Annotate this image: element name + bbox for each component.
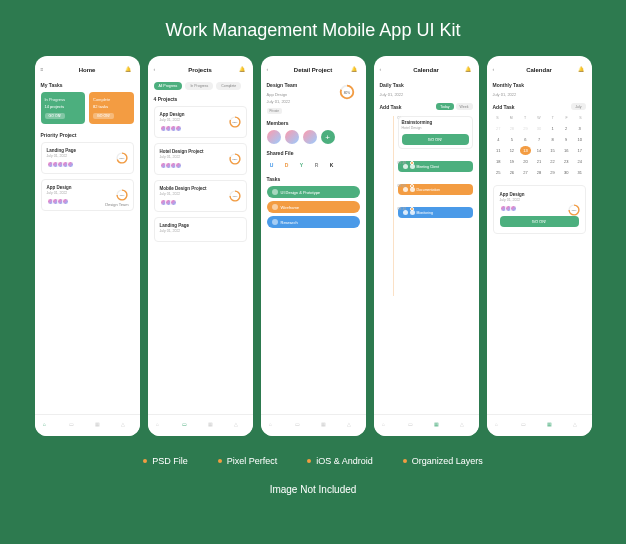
- cal-day[interactable]: 17: [574, 146, 586, 155]
- filter-pill[interactable]: In Progress: [185, 82, 213, 90]
- cal-day[interactable]: 28: [506, 124, 518, 133]
- add-member-button[interactable]: +: [321, 130, 335, 144]
- cal-day[interactable]: 29: [520, 124, 532, 133]
- projects-icon[interactable]: ▭: [521, 421, 531, 431]
- cal-day[interactable]: 5: [506, 135, 518, 144]
- cal-day[interactable]: 25: [493, 168, 505, 177]
- calendar-icon[interactable]: ▦: [321, 421, 331, 431]
- cal-day[interactable]: 21: [533, 157, 545, 166]
- cal-day[interactable]: 12: [506, 146, 518, 155]
- cal-day[interactable]: 4: [493, 135, 505, 144]
- task-card[interactable]: App Design July 01, 2022 73% GO ON!: [493, 185, 586, 234]
- cal-day[interactable]: 28: [533, 168, 545, 177]
- home-icon[interactable]: ⌂: [43, 421, 53, 431]
- file-icon[interactable]: Y: [297, 160, 307, 170]
- in-progress-card[interactable]: In Progress 14 projects GO ON!: [41, 92, 86, 124]
- bell-icon[interactable]: 🔔: [351, 66, 359, 74]
- file-icon[interactable]: U: [267, 160, 277, 170]
- month-selector[interactable]: July: [571, 103, 585, 110]
- cal-day[interactable]: 7: [533, 135, 545, 144]
- cal-day[interactable]: 27: [520, 168, 532, 177]
- back-icon[interactable]: ‹: [493, 66, 501, 74]
- project-card[interactable]: Mobile Design Project July 01, 2022 73%: [154, 180, 247, 212]
- cal-day-active[interactable]: 13: [520, 146, 532, 155]
- profile-icon[interactable]: △: [347, 421, 357, 431]
- go-button[interactable]: GO ON!: [93, 113, 114, 119]
- home-icon[interactable]: ⌂: [495, 421, 505, 431]
- week-toggle[interactable]: Week: [456, 103, 473, 110]
- go-button[interactable]: GO ON!: [500, 216, 579, 227]
- avatar[interactable]: [285, 130, 299, 144]
- event-pill[interactable]: Documentation: [398, 184, 473, 195]
- bell-icon[interactable]: 🔔: [125, 66, 133, 74]
- file-icon[interactable]: K: [327, 160, 337, 170]
- cal-day[interactable]: 15: [547, 146, 559, 155]
- cal-day[interactable]: 24: [574, 157, 586, 166]
- calendar-icon[interactable]: ▦: [547, 421, 557, 431]
- file-icon[interactable]: R: [312, 160, 322, 170]
- task-pill[interactable]: Wireframe: [267, 201, 360, 213]
- event-card[interactable]: Brainstorming Hotel Design GO ON!: [398, 116, 473, 149]
- event-pill[interactable]: Monitoring: [398, 207, 473, 218]
- cal-day[interactable]: 1: [547, 124, 559, 133]
- home-icon[interactable]: ⌂: [156, 421, 166, 431]
- profile-icon[interactable]: △: [573, 421, 583, 431]
- today-toggle[interactable]: Today: [436, 103, 453, 110]
- project-card[interactable]: App Design July 01, 2022 80%: [154, 106, 247, 138]
- calendar-icon[interactable]: ▦: [95, 421, 105, 431]
- projects-icon[interactable]: ▭: [182, 421, 192, 431]
- cal-day[interactable]: 29: [547, 168, 559, 177]
- cal-day[interactable]: 11: [493, 146, 505, 155]
- cal-day[interactable]: 3: [574, 124, 586, 133]
- bell-icon[interactable]: 🔔: [578, 66, 586, 74]
- back-icon[interactable]: ‹: [380, 66, 388, 74]
- home-icon[interactable]: ⌂: [382, 421, 392, 431]
- home-icon[interactable]: ⌂: [269, 421, 279, 431]
- complete-card[interactable]: Complete 82 tasks GO ON!: [89, 92, 134, 124]
- profile-icon[interactable]: △: [121, 421, 131, 431]
- event-pill[interactable]: Meeting Client: [398, 161, 473, 172]
- go-button[interactable]: GO ON!: [45, 113, 66, 119]
- cal-day[interactable]: 27: [493, 124, 505, 133]
- task-pill[interactable]: UI Design & Prototype: [267, 186, 360, 198]
- avatar[interactable]: [303, 130, 317, 144]
- bell-icon[interactable]: 🔔: [465, 66, 473, 74]
- filter-pill[interactable]: Complete: [216, 82, 241, 90]
- project-card[interactable]: Hotel Design Project July 01, 2022 80%: [154, 143, 247, 175]
- profile-icon[interactable]: △: [234, 421, 244, 431]
- cal-day[interactable]: 2: [560, 124, 572, 133]
- calendar-icon[interactable]: ▦: [434, 421, 444, 431]
- file-icon[interactable]: D: [282, 160, 292, 170]
- avatar[interactable]: [267, 130, 281, 144]
- back-icon[interactable]: ‹: [267, 66, 275, 74]
- calendar-icon[interactable]: ▦: [208, 421, 218, 431]
- cal-day[interactable]: 30: [533, 124, 545, 133]
- cal-day[interactable]: 19: [506, 157, 518, 166]
- project-card[interactable]: App Design July 01, 2022 73% Design Team: [41, 179, 134, 211]
- menu-icon[interactable]: ≡: [41, 66, 49, 74]
- back-icon[interactable]: ‹: [154, 66, 162, 74]
- cal-day[interactable]: 23: [560, 157, 572, 166]
- cal-day[interactable]: 14: [533, 146, 545, 155]
- cal-day[interactable]: 26: [506, 168, 518, 177]
- projects-icon[interactable]: ▭: [408, 421, 418, 431]
- projects-icon[interactable]: ▭: [295, 421, 305, 431]
- bell-icon[interactable]: 🔔: [239, 66, 247, 74]
- cal-day[interactable]: 16: [560, 146, 572, 155]
- profile-icon[interactable]: △: [460, 421, 470, 431]
- cal-day[interactable]: 18: [493, 157, 505, 166]
- filter-pill[interactable]: All Progress: [154, 82, 183, 90]
- cal-day[interactable]: 10: [574, 135, 586, 144]
- cal-day[interactable]: 8: [547, 135, 559, 144]
- project-card[interactable]: Landing Page July 01, 2022 68%: [41, 142, 134, 174]
- cal-day[interactable]: 30: [560, 168, 572, 177]
- cal-day[interactable]: 6: [520, 135, 532, 144]
- go-button[interactable]: GO ON!: [402, 134, 469, 145]
- cal-day[interactable]: 20: [520, 157, 532, 166]
- cal-day[interactable]: 22: [547, 157, 559, 166]
- task-pill[interactable]: Research: [267, 216, 360, 228]
- cal-day[interactable]: 9: [560, 135, 572, 144]
- projects-icon[interactable]: ▭: [69, 421, 79, 431]
- cal-day[interactable]: 31: [574, 168, 586, 177]
- project-card[interactable]: Landing Page July 01, 2022: [154, 217, 247, 242]
